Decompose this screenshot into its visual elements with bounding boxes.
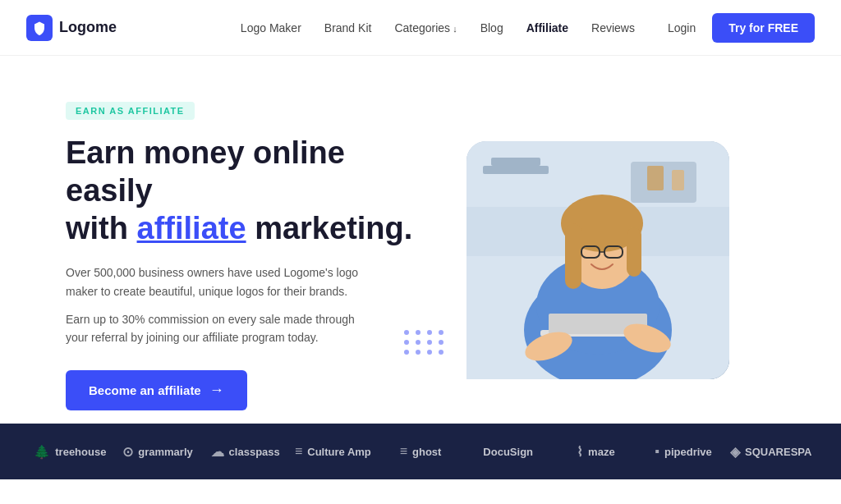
try-free-button[interactable]: Try for FREE	[712, 13, 815, 43]
nav-link-blog[interactable]: Blog	[480, 21, 503, 34]
hero-title-highlight: affiliate	[137, 211, 246, 245]
grammarly-icon: ⊙	[122, 444, 133, 460]
brand-docusign: DocuSign	[464, 446, 552, 458]
nav-item-categories[interactable]: Categories	[394, 21, 457, 35]
hero-desc1: Over 500,000 business owners have used L…	[66, 263, 378, 300]
hero-title-line2-pre: with	[66, 211, 137, 245]
brand-treehouse: 🌲 treehouse	[26, 444, 114, 460]
hero-title-line2-post: marketing.	[246, 211, 413, 245]
hero-left: EARN AS AFFILIATE Earn money online easi…	[66, 102, 420, 410]
nav-link-categories[interactable]: Categories	[394, 21, 457, 34]
hero-title: Earn money online easily with affiliate …	[66, 135, 420, 247]
browser-window: Logome Logo Maker Brand Kit Categories B…	[0, 0, 841, 504]
brand-culture-amp-label: Culture Amp	[307, 446, 371, 458]
nav-link-logo-maker[interactable]: Logo Maker	[241, 21, 301, 34]
hero-image	[466, 141, 729, 379]
brand-grammarly: ⊙ grammarly	[114, 444, 202, 460]
brand-classpass-label: classpass	[229, 446, 280, 458]
nav-link-reviews[interactable]: Reviews	[591, 21, 635, 34]
login-link[interactable]: Login	[668, 21, 696, 34]
brand-docusign-label: DocuSign	[483, 446, 533, 458]
svg-rect-2	[483, 166, 549, 174]
hero-section: EARN AS AFFILIATE Earn money online easi…	[0, 56, 841, 424]
maze-icon: ⌇	[577, 444, 583, 460]
svg-rect-5	[647, 166, 664, 190]
brand-pipedrive: ▪ pipedrive	[640, 444, 728, 459]
cta-label: Become an affiliate	[89, 383, 201, 397]
nav-link-affiliate[interactable]: Affiliate	[526, 21, 568, 34]
logo-text: Logome	[59, 19, 117, 36]
hero-person-illustration	[466, 141, 729, 379]
navbar: Logome Logo Maker Brand Kit Categories B…	[0, 0, 841, 56]
logo-area[interactable]: Logome	[26, 15, 117, 41]
squarespace-icon: ◈	[730, 444, 740, 460]
svg-rect-3	[491, 158, 540, 166]
brand-ghost: ≡ ghost	[377, 444, 465, 459]
brand-squarespace-label: SQUARESPA	[745, 446, 811, 458]
nav-right: Login Try for FREE	[668, 13, 815, 43]
hero-title-line1: Earn money online easily	[66, 135, 345, 208]
brand-ghost-label: ghost	[412, 446, 441, 458]
arrow-icon: →	[209, 382, 224, 399]
ghost-icon: ≡	[400, 444, 407, 459]
logo-icon	[26, 15, 53, 41]
brand-maze-label: maze	[588, 446, 615, 458]
nav-links: Logo Maker Brand Kit Categories Blog Aff…	[241, 21, 635, 35]
svg-rect-11	[565, 223, 581, 289]
brand-treehouse-label: treehouse	[55, 446, 106, 458]
earn-badge: EARN AS AFFILIATE	[66, 102, 195, 120]
brand-culture-amp: ≡ Culture Amp	[289, 444, 377, 459]
hero-right	[420, 133, 775, 379]
brand-pipedrive-label: pipedrive	[664, 446, 712, 458]
brand-squarespace: ◈ SQUARESPA	[727, 444, 815, 460]
brand-grammarly-label: grammarly	[138, 446, 192, 458]
nav-item-logo-maker[interactable]: Logo Maker	[241, 21, 301, 35]
brands-bar: 🌲 treehouse ⊙ grammarly ☁ classpass ≡ Cu…	[0, 424, 841, 479]
nav-item-brand-kit[interactable]: Brand Kit	[324, 21, 372, 35]
dots-decoration	[404, 330, 445, 355]
svg-rect-6	[672, 170, 684, 190]
culture-amp-icon: ≡	[295, 444, 302, 459]
nav-item-reviews[interactable]: Reviews	[591, 21, 635, 35]
bottom-bar	[0, 479, 841, 504]
nav-item-affiliate[interactable]: Affiliate	[526, 21, 568, 35]
nav-item-blog[interactable]: Blog	[480, 21, 503, 35]
brand-maze: ⌇ maze	[552, 444, 640, 460]
hero-desc2: Earn up to 30% commission on every sale …	[66, 310, 370, 347]
brand-classpass: ☁ classpass	[201, 444, 289, 460]
classpass-icon: ☁	[211, 444, 224, 460]
nav-link-brand-kit[interactable]: Brand Kit	[324, 21, 372, 34]
treehouse-icon: 🌲	[34, 444, 50, 460]
pipedrive-icon: ▪	[655, 444, 659, 459]
become-affiliate-button[interactable]: Become an affiliate →	[66, 370, 247, 410]
svg-rect-12	[627, 227, 641, 277]
